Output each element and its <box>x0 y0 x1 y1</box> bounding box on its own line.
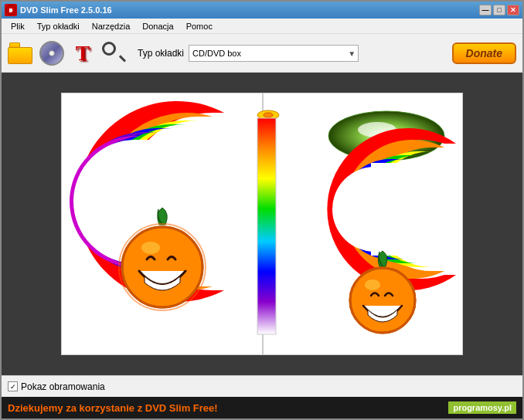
menu-bar: Plik Typ okładki Narzędzia Donacja Pomoc <box>2 19 522 34</box>
disc-icon <box>39 41 64 66</box>
minimize-button[interactable]: — <box>479 5 492 15</box>
window-title: DVD Slim Free 2.5.0.16 <box>20 5 112 15</box>
open-folder-button[interactable] <box>8 40 34 66</box>
svg-point-9 <box>141 242 160 254</box>
menu-typ-okladki[interactable]: Typ okładki <box>31 20 86 32</box>
title-bar-left: D DVD Slim Free 2.5.0.16 <box>5 4 112 16</box>
menu-donacja[interactable]: Donacja <box>136 20 179 32</box>
svg-text:D: D <box>9 8 12 13</box>
svg-rect-14 <box>257 118 276 334</box>
menu-pomoc[interactable]: Pomoc <box>180 20 219 32</box>
search-button[interactable] <box>100 40 127 66</box>
type-select-wrapper: CD/DVD box Slim case Keep case Mini case… <box>189 45 359 62</box>
title-buttons: — □ ✕ <box>479 5 519 15</box>
menu-plik[interactable]: Plik <box>5 20 31 32</box>
artwork-canvas <box>62 93 463 355</box>
t-icon: T <box>76 41 90 66</box>
canvas-area <box>61 93 463 355</box>
close-button[interactable]: ✕ <box>507 5 519 15</box>
app-icon: D <box>5 4 17 16</box>
status-bar: ✓ Pokaz obramowania <box>2 375 522 397</box>
text-button[interactable]: T <box>70 40 96 66</box>
search-icon <box>102 42 125 65</box>
check-icon: ✓ <box>10 383 16 391</box>
type-label: Typ okładki <box>138 48 184 59</box>
type-select[interactable]: CD/DVD box Slim case Keep case Mini case <box>189 45 359 62</box>
svg-point-13 <box>264 113 273 117</box>
show-border-checkbox-wrap: ✓ Pokaz obramowania <box>8 381 105 392</box>
donate-button[interactable]: Donate <box>452 42 516 64</box>
title-bar: D DVD Slim Free 2.5.0.16 — □ ✕ <box>2 2 522 19</box>
disc-button[interactable] <box>39 40 65 66</box>
show-border-checkbox[interactable]: ✓ <box>8 381 18 391</box>
bottom-bar: Dziekujemy za korzystanie z DVD Slim Fre… <box>2 397 522 418</box>
svg-point-19 <box>365 279 380 290</box>
programosy-badge: programosy.pl <box>448 401 516 414</box>
main-window: D DVD Slim Free 2.5.0.16 — □ ✕ Plik Typ … <box>0 0 524 420</box>
folder-body <box>8 47 32 64</box>
show-border-label: Pokaz obramowania <box>21 381 105 392</box>
main-content <box>2 73 522 375</box>
disc-hole <box>49 50 55 56</box>
menu-narzedzia[interactable]: Narzędzia <box>86 20 137 32</box>
bottom-message: Dziekujemy za korzystanie z DVD Slim Fre… <box>8 402 218 414</box>
maximize-button[interactable]: □ <box>493 5 505 15</box>
toolbar: T Typ okładki CD/DVD box Slim case Keep … <box>2 34 522 73</box>
